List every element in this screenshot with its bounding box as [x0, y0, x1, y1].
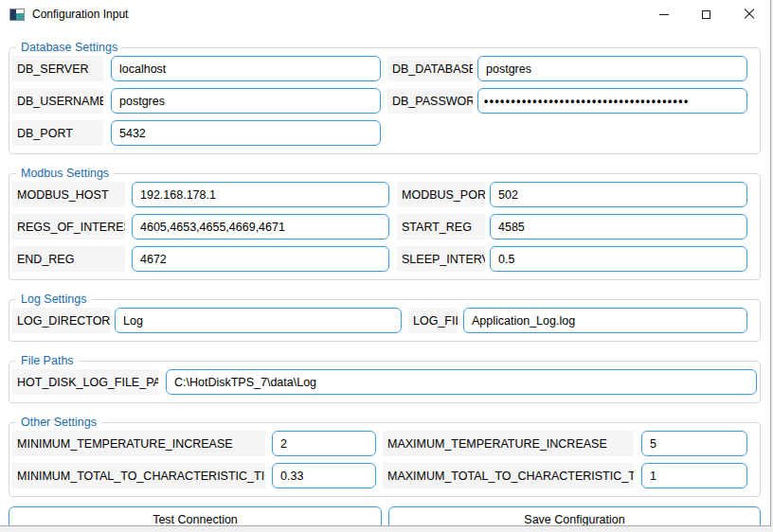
window-controls [642, 0, 770, 28]
max-temperature-increase-label: MAXIMUM_TEMPERATURE_INCREASE [383, 431, 634, 456]
form-row: MODBUS_HOST MODBUS_PORT [12, 182, 757, 207]
form-row: DB_PORT [12, 120, 757, 146]
window-title: Configuration Input [32, 8, 128, 21]
minimize-icon [659, 14, 669, 15]
min-temperature-increase-input[interactable] [272, 431, 376, 456]
max-total-to-characteristic-time-input[interactable] [641, 463, 747, 488]
test-connection-button[interactable]: Test Connection [9, 506, 382, 526]
min-total-to-characteristic-time-label: MINIMUM_TOTAL_TO_CHARACTERISTIC_TIME [12, 463, 265, 488]
action-button-row: Test Connection Save Configuration [9, 506, 761, 526]
minimize-button[interactable] [642, 0, 685, 28]
min-total-to-characteristic-time-input[interactable] [272, 463, 376, 488]
group-legend: Database Settings [16, 40, 122, 56]
min-temperature-increase-label: MINIMUM_TEMPERATURE_INCREASE [12, 431, 265, 456]
database-settings-group: Database Settings DB_SERVER DB_DATABASE … [9, 47, 761, 154]
form-row: HOT_DISK_LOG_FILE_PATH [12, 369, 757, 395]
regs-of-interest-label: REGS_OF_INTEREST [12, 214, 125, 239]
modbus-host-input[interactable] [132, 182, 389, 207]
form-row: MINIMUM_TEMPERATURE_INCREASE MAXIMUM_TEM… [12, 431, 757, 456]
form-row: END_REG SLEEP_INTERVAL [12, 246, 757, 272]
max-temperature-increase-input[interactable] [641, 431, 747, 456]
form-row: MINIMUM_TOTAL_TO_CHARACTERISTIC_TIME MAX… [12, 463, 757, 488]
form-row: DB_SERVER DB_DATABASE [12, 56, 757, 81]
modbus-port-input[interactable] [490, 182, 747, 207]
form-row: LOG_DIRECTORY LOG_FILE [12, 308, 757, 333]
db-username-label: DB_USERNAME [12, 88, 103, 114]
regs-of-interest-input[interactable] [132, 214, 389, 239]
hot-disk-log-file-path-label: HOT_DISK_LOG_FILE_PATH [12, 369, 158, 395]
log-directory-label: LOG_DIRECTORY [12, 308, 111, 333]
end-reg-input[interactable] [132, 246, 389, 272]
save-configuration-button[interactable]: Save Configuration [388, 506, 761, 526]
maximize-icon [702, 10, 710, 19]
sleep-interval-input[interactable] [490, 246, 747, 272]
group-legend: Modbus Settings [16, 166, 114, 182]
db-password-input[interactable] [477, 88, 747, 114]
db-server-input[interactable] [111, 56, 381, 81]
start-reg-label: START_REG [397, 214, 485, 239]
db-database-label: DB_DATABASE [387, 56, 473, 81]
end-reg-label: END_REG [12, 246, 125, 272]
file-paths-group: File Paths HOT_DISK_LOG_FILE_PATH [9, 361, 761, 403]
modbus-host-label: MODBUS_HOST [12, 182, 125, 207]
max-total-to-characteristic-time-label: MAXIMUM_TOTAL_TO_CHARACTERISTIC_TIME [383, 463, 634, 488]
maximize-button[interactable] [685, 0, 728, 28]
log-file-input[interactable] [463, 308, 747, 333]
hot-disk-log-file-path-input[interactable] [166, 369, 757, 395]
group-legend: File Paths [16, 353, 79, 369]
log-settings-group: Log Settings LOG_DIRECTORY LOG_FILE [9, 299, 761, 342]
db-port-label: DB_PORT [12, 120, 103, 146]
close-button[interactable] [728, 0, 770, 28]
group-legend: Log Settings [16, 292, 92, 308]
group-legend: Other Settings [16, 415, 101, 431]
start-reg-input[interactable] [490, 214, 747, 239]
title-bar: Configuration Input [0, 0, 770, 28]
form-row: REGS_OF_INTEREST START_REG [12, 214, 757, 239]
form-row: DB_USERNAME DB_PASSWORD [12, 88, 757, 114]
configuration-input-window: Configuration Input Database Settings DB… [0, 0, 771, 526]
db-username-input[interactable] [111, 88, 381, 114]
log-file-label: LOG_FILE [408, 308, 458, 333]
db-database-input[interactable] [477, 56, 747, 81]
sleep-interval-label: SLEEP_INTERVAL [397, 246, 485, 272]
app-icon [9, 9, 25, 21]
db-port-input[interactable] [111, 120, 381, 146]
db-password-label: DB_PASSWORD [387, 88, 473, 114]
db-server-label: DB_SERVER [12, 56, 103, 81]
modbus-port-label: MODBUS_PORT [397, 182, 485, 207]
log-directory-input[interactable] [115, 308, 402, 333]
other-settings-group: Other Settings MINIMUM_TEMPERATURE_INCRE… [9, 422, 761, 497]
close-icon [744, 9, 755, 20]
modbus-settings-group: Modbus Settings MODBUS_HOST MODBUS_PORT … [9, 173, 761, 280]
